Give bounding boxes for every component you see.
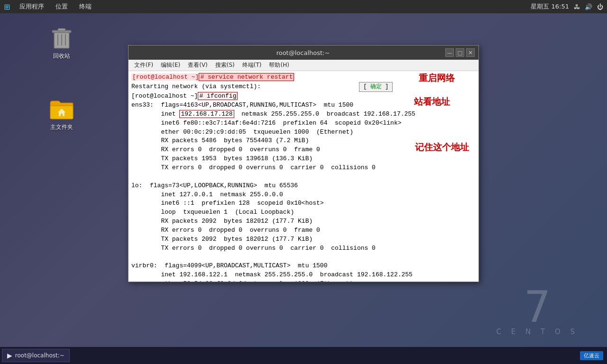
taskbar-right: 亿速云 [580,351,603,360]
terminal-titlebar: root@localhost:~ — □ ✕ [129,46,478,60]
trash-label: 回收站 [53,52,70,60]
centos-text: C E N T O S [496,328,579,336]
centos-watermark: 7 C E N T O S [496,286,579,336]
centos-number: 7 [496,286,579,328]
annotation-view-address: 站看地址 [414,96,450,108]
maximize-button[interactable]: □ [456,48,464,57]
svg-rect-2 [58,28,65,31]
trash-icon [49,26,74,50]
menu-file[interactable]: 文件(F) [130,60,157,70]
terminal-taskbar-icon: ▶ [7,352,12,359]
power-icon: ⏻ [597,3,603,10]
terminal-window: root@localhost:~ — □ ✕ 文件(F) 编辑(E) 查看(V)… [128,45,479,282]
network-icon: 🖧 [574,3,580,10]
minimize-button[interactable]: — [445,48,454,57]
desktop-icon-trash[interactable]: 回收站 [43,24,81,62]
desktop: ⊞ 应用程序 位置 终端 星期五 16:51 🖧 🔊 ⏻ [0,0,607,364]
menu-terminal[interactable]: 终端 [77,1,93,12]
terminal-title: root@localhost:~ [161,49,445,56]
menu-terminal-menu[interactable]: 终端(T) [239,60,266,70]
taskbar: ▶ root@localhost:~ 亿速云 [0,347,607,364]
app-icon: ⊞ [4,2,10,11]
top-bar-left: ⊞ 应用程序 位置 终端 [4,1,93,12]
annotation-remember-address: 记住这个地址 [415,141,469,154]
terminal-menubar: 文件(F) 编辑(E) 查看(V) 搜索(S) 终端(T) 帮助(H) [129,60,478,71]
menu-edit[interactable]: 编辑(E) [157,60,184,70]
taskbar-terminal-label: root@localhost:~ [15,352,64,359]
volume-icon: 🔊 [585,3,592,10]
annotation-restart-network: 重启网络 [419,72,455,84]
taskbar-terminal-item[interactable]: ▶ root@localhost:~ [2,349,70,362]
close-button[interactable]: ✕ [466,48,475,57]
menu-help[interactable]: 帮助(H) [265,60,293,70]
folder-label: 主文件夹 [50,123,73,131]
desktop-icon-folder[interactable]: 主文件夹 [43,95,81,133]
menu-applications[interactable]: 应用程序 [18,1,46,12]
menu-view[interactable]: 查看(V) [184,60,212,70]
top-menubar: ⊞ 应用程序 位置 终端 星期五 16:51 🖧 🔊 ⏻ [0,0,607,13]
menu-places[interactable]: 位置 [54,1,70,12]
menu-search[interactable]: 搜索(S) [212,60,239,70]
datetime-display: 星期五 16:51 [531,2,569,11]
cloud-logo[interactable]: 亿速云 [580,351,603,360]
folder-icon [49,97,74,121]
top-bar-right: 星期五 16:51 🖧 🔊 ⏻ [531,2,603,11]
titlebar-buttons: — □ ✕ [445,48,475,57]
terminal-content[interactable]: [root@localhost ~]# service network rest… [129,71,478,282]
